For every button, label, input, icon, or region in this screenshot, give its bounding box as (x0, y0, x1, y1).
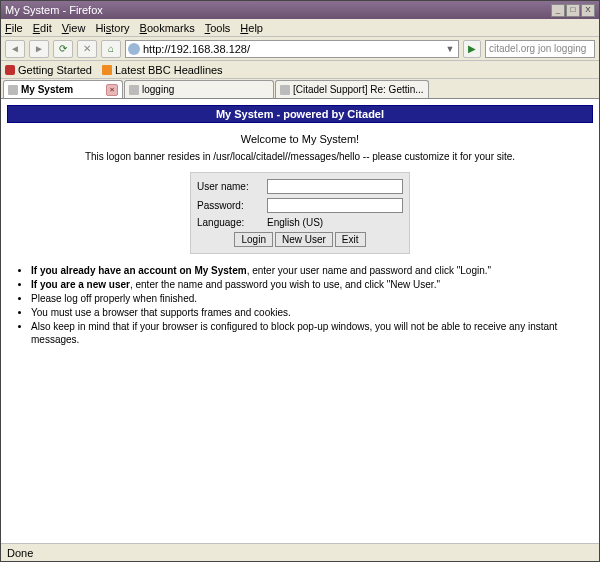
titlebar: My System - Firefox _ □ X (1, 1, 599, 19)
login-button[interactable]: Login (234, 232, 272, 247)
search-box[interactable]: citadel.org jon logging (485, 40, 595, 58)
tab-my-system[interactable]: My System × (3, 80, 123, 98)
minimize-button[interactable]: _ (551, 4, 565, 17)
welcome-heading: Welcome to My System! (7, 133, 593, 145)
menu-tools[interactable]: Tools (205, 22, 231, 34)
page-icon (280, 85, 290, 95)
menu-help[interactable]: Help (240, 22, 263, 34)
banner-subtext: This logon banner resides in /usr/local/… (7, 151, 593, 162)
url-bar[interactable]: http://192.168.38.128/ ▼ (125, 40, 459, 58)
search-text: citadel.org jon logging (489, 43, 586, 54)
language-label: Language: (197, 217, 267, 228)
list-item: If you are a new user, enter the name an… (31, 278, 583, 291)
window-title: My System - Firefox (5, 4, 103, 16)
back-button[interactable]: ◄ (5, 40, 25, 58)
menu-history[interactable]: History (95, 22, 129, 34)
login-form: User name: Password: Language: English (… (190, 172, 410, 254)
exit-button[interactable]: Exit (335, 232, 366, 247)
username-input[interactable] (267, 179, 403, 194)
tab-close-icon[interactable]: × (106, 84, 118, 96)
site-icon (128, 43, 140, 55)
menubar: File Edit View History Bookmarks Tools H… (1, 19, 599, 37)
home-button[interactable]: ⌂ (101, 40, 121, 58)
list-item: You must use a browser that supports fra… (31, 306, 583, 319)
forward-button[interactable]: ► (29, 40, 49, 58)
menu-view[interactable]: View (62, 22, 86, 34)
reload-button[interactable]: ⟳ (53, 40, 73, 58)
stop-button[interactable]: ✕ (77, 40, 97, 58)
new-user-button[interactable]: New User (275, 232, 333, 247)
go-button[interactable]: ▶ (463, 40, 481, 58)
browser-window: My System - Firefox _ □ X File Edit View… (0, 0, 600, 562)
maximize-button[interactable]: □ (566, 4, 580, 17)
bookmarks-toolbar: Getting Started Latest BBC Headlines (1, 61, 599, 79)
url-text: http://192.168.38.128/ (143, 43, 444, 55)
page-content: My System - powered by Citadel Welcome t… (1, 99, 599, 543)
bookmark-bbc[interactable]: Latest BBC Headlines (102, 64, 223, 76)
list-item: Also keep in mind that if your browser i… (31, 320, 583, 346)
bookmark-icon (5, 65, 15, 75)
instructions: If you already have an account on My Sys… (7, 264, 593, 346)
close-button[interactable]: X (581, 4, 595, 17)
menu-file[interactable]: File (5, 22, 23, 34)
status-bar: Done (1, 543, 599, 561)
username-label: User name: (197, 181, 267, 192)
page-icon (129, 85, 139, 95)
password-label: Password: (197, 200, 267, 211)
tab-logging[interactable]: logging (124, 80, 274, 98)
page-icon (8, 85, 18, 95)
rss-icon (102, 65, 112, 75)
window-controls: _ □ X (551, 4, 595, 17)
page-banner: My System - powered by Citadel (7, 105, 593, 123)
menu-edit[interactable]: Edit (33, 22, 52, 34)
bookmark-getting-started[interactable]: Getting Started (5, 64, 92, 76)
status-text: Done (7, 547, 33, 559)
tab-strip: My System × logging [Citadel Support] Re… (1, 79, 599, 99)
tab-citadel-support[interactable]: [Citadel Support] Re: Gettin... (275, 80, 429, 98)
list-item: Please log off properly when finished. (31, 292, 583, 305)
language-value: English (US) (267, 217, 323, 228)
password-input[interactable] (267, 198, 403, 213)
url-dropdown-icon[interactable]: ▼ (444, 44, 456, 54)
menu-bookmarks[interactable]: Bookmarks (140, 22, 195, 34)
nav-toolbar: ◄ ► ⟳ ✕ ⌂ http://192.168.38.128/ ▼ ▶ cit… (1, 37, 599, 61)
list-item: If you already have an account on My Sys… (31, 264, 583, 277)
